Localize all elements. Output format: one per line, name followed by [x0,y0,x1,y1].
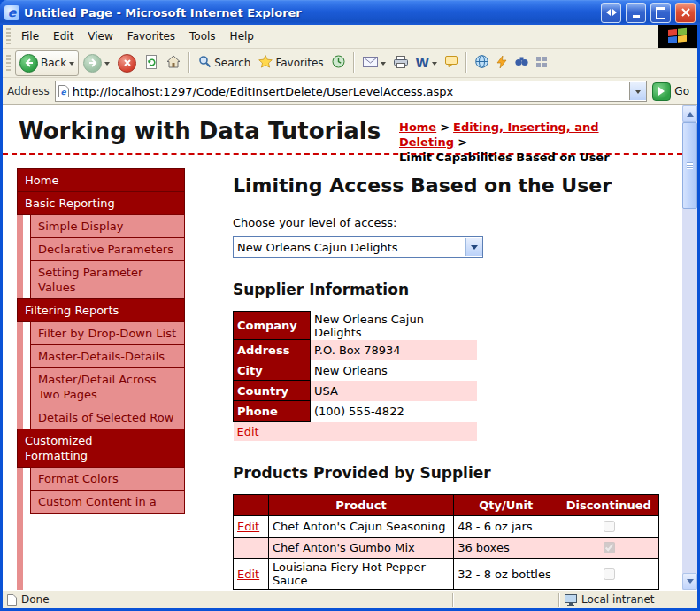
sidebar-item-master-details-details[interactable]: Master-Details-Details [30,344,185,368]
discuss-button[interactable] [442,53,461,73]
mail-dropdown-icon[interactable] [381,62,386,68]
sidebar-item-setting-parameter-values[interactable]: Setting Parameter Values [30,260,185,299]
close-icon [681,8,690,17]
back-dropdown-icon[interactable] [69,62,74,68]
product-name: Chef Anton's Gumbo Mix [268,538,453,559]
menu-favorites[interactable]: Favorites [120,27,182,46]
supplier-field-value: New Orleans Cajun Delights [311,312,478,340]
back-button[interactable]: Back [15,50,79,76]
menu-view[interactable]: View [81,27,119,46]
down-arrow-icon [687,579,694,587]
chevron-down-icon [471,245,478,253]
address-dropdown-button[interactable] [629,82,646,100]
scroll-up-button[interactable] [682,105,697,122]
globe-icon [475,55,488,71]
browser-chrome: File Edit View Favorites Tools Help [3,25,697,608]
products-heading: Products Provided by Supplier [233,464,659,482]
go-button[interactable]: Go [652,82,693,101]
sidebar-item-simple-display[interactable]: Simple Display [30,214,185,238]
address-url[interactable]: http://localhost:1297/Code/EditInsertDel… [73,85,627,98]
supplier-field-value: (100) 555-4822 [311,401,478,422]
access-level-select[interactable]: New Orleans Cajun Delights [233,236,483,258]
edit-dropdown-icon[interactable] [432,62,437,68]
page-header: Working with Data Tutorials Home>Editing… [3,105,682,153]
menu-bar: File Edit View Favorites Tools Help [3,25,697,49]
breadcrumb-current: Limit Capabilities Based on User [399,151,610,164]
title-bar[interactable]: e Untitled Page - Microsoft Internet Exp… [0,0,700,25]
sidebar-item-declarative-parameters[interactable]: Declarative Parameters [30,237,185,261]
page-title: Limiting Access Based on the User [233,174,659,197]
favorites-label: Favorites [275,57,323,69]
address-bar: Address e http://localhost:1297/Code/Edi… [3,78,697,105]
sidebar-item-home[interactable]: Home [17,168,185,192]
column-header-discontinued: Discontinued [558,495,659,516]
back-icon [19,54,38,73]
print-button[interactable] [390,53,412,73]
supplier-edit-link[interactable]: Edit [237,425,259,438]
sidebar-item-customized-formatting[interactable]: Customized Formatting [17,429,185,468]
supplier-field-value: USA [311,381,478,401]
table-row: Company New Orleans Cajun Delights [234,312,478,340]
status-middle-pane [454,591,558,608]
forward-button[interactable] [80,51,113,75]
window-arrows-button[interactable] [601,3,621,23]
up-arrow-icon [687,109,694,117]
search-label: Search [214,57,250,69]
back-label: Back [41,57,66,69]
grid-button[interactable] [533,54,550,73]
refresh-button[interactable] [141,52,162,74]
close-button[interactable] [675,3,696,23]
ie-icon: e [4,5,19,20]
sidebar-item-filter-by-dropdown-list[interactable]: Filter by Drop-Down List [30,321,185,345]
sidebar-item-filtering-reports[interactable]: Filtering Reports [17,298,185,322]
table-header-row: Product Qty/Unit Discontinued [234,495,659,516]
address-label: Address [7,85,50,97]
scrollbar-track[interactable] [682,122,697,573]
breadcrumb-separator: > [440,120,450,134]
search-icon [198,55,212,71]
binoculars-button[interactable] [512,54,532,72]
column-header-product: Product [268,495,453,516]
menu-file[interactable]: File [14,27,46,46]
globe-button[interactable] [472,52,492,73]
product-edit-link[interactable]: Edit [237,520,259,533]
product-qty: 48 - 6 oz jars [454,516,558,538]
sidebar-item-basic-reporting[interactable]: Basic Reporting [17,191,185,215]
edit-w-icon: W [416,57,429,69]
sidebar-item-format-colors[interactable]: Format Colors [30,467,185,491]
menu-help[interactable]: Help [223,27,261,46]
edit-button[interactable]: W [412,54,441,72]
favorites-button[interactable]: Favorites [255,52,327,73]
breadcrumb: Home>Editing, Inserting, and Deleting> L… [399,120,665,165]
menu-edit[interactable]: Edit [46,27,81,46]
history-button[interactable] [328,52,349,73]
lightning-icon [496,56,507,71]
stop-button[interactable] [114,51,140,75]
mail-button[interactable] [359,54,389,73]
sidebar-item-details-of-selected-row[interactable]: Details of Selected Row [30,406,185,429]
forward-dropdown-icon[interactable] [104,62,110,68]
toolbar-grip[interactable] [6,55,11,71]
sidebar-item-master-detail-two-pages[interactable]: Master/Detail Across Two Pages [30,367,185,406]
minimize-button[interactable] [626,3,646,23]
main-content: Limiting Access Based on the User Choose… [233,169,659,590]
select-dropdown-button[interactable] [465,238,482,256]
menubar-grip[interactable] [6,28,11,44]
messenger-button[interactable] [493,53,511,73]
vertical-scrollbar[interactable] [682,105,697,590]
maximize-button[interactable] [650,3,671,23]
table-row: Edit Louisiana Fiery Hot Pepper Sauce 32… [234,559,659,590]
table-row: Edit Chef Anton's Cajun Seasoning 48 - 6… [234,516,659,538]
minimize-icon [633,15,640,18]
binoculars-icon [515,57,528,69]
address-input[interactable]: e http://localhost:1297/Code/EditInsertD… [55,81,648,102]
access-level-value: New Orleans Cajun Delights [234,241,465,254]
breadcrumb-home-link[interactable]: Home [399,120,436,134]
sidebar-item-custom-content[interactable]: Custom Content in a [30,490,185,514]
search-button[interactable]: Search [195,52,254,73]
product-edit-link[interactable]: Edit [237,568,259,581]
scrollbar-thumb[interactable] [682,122,697,209]
scroll-down-button[interactable] [682,573,697,590]
home-button[interactable] [163,52,184,73]
menu-tools[interactable]: Tools [182,27,223,46]
